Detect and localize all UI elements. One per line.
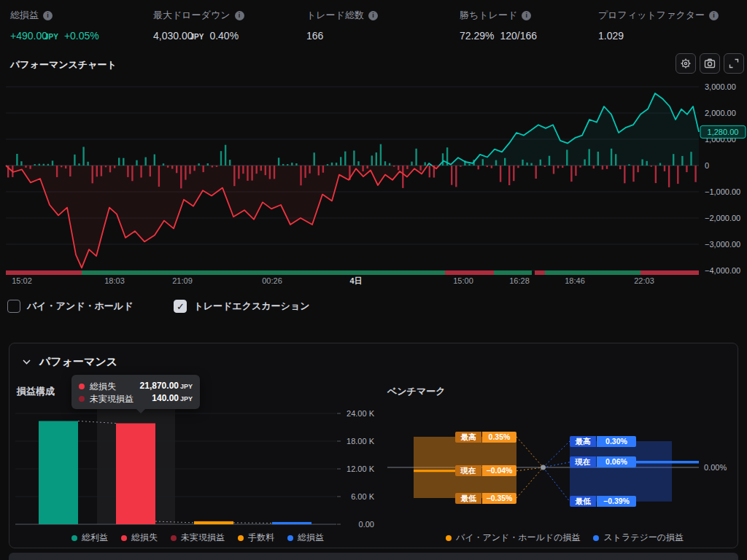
series-dot [287, 535, 293, 541]
svg-text:22:03: 22:03 [634, 276, 654, 285]
benchmark-pill: 最低−0.39% [570, 496, 636, 507]
svg-text:00:26: 00:26 [262, 276, 282, 285]
stat-extra: +0.05% [64, 30, 99, 42]
stat-value: +490.00 [10, 30, 47, 42]
chart-toolbar [676, 53, 744, 74]
series-dot [446, 535, 452, 541]
pnl-legend: 総利益総損失未実現損益手数料総損益 [15, 532, 380, 544]
info-icon[interactable]: i [235, 11, 244, 20]
svg-text:0.00: 0.00 [359, 520, 374, 529]
svg-text:18:46: 18:46 [565, 276, 585, 285]
svg-text:−1,000.00: −1,000.00 [705, 187, 740, 196]
svg-text:15:00: 15:00 [453, 276, 473, 285]
panel-title: パフォーマンス [39, 355, 117, 369]
stat-winning-trades: 勝ちトレードi 72.29%120/166 [460, 9, 537, 42]
stat-label: 勝ちトレード [460, 9, 517, 22]
strategy-tester-app: 総損益i +490.00JPY+0.05% 最大ドローダウンi 4,030.00… [0, 0, 747, 560]
svg-text:6.00 K: 6.00 K [351, 492, 374, 501]
chart-toggles: ✓ バイ・アンド・ホールド ✓ トレードエクスカーション [7, 300, 309, 313]
stat-total-trades: トレード総数i 166 [306, 9, 378, 42]
next-section-edge[interactable] [9, 553, 738, 560]
benchmark-pill: 現在0.06% [570, 456, 636, 467]
stat-max-drawdown: 最大ドローダウンi 4,030.00JPY0.40% [153, 9, 244, 42]
fullscreen-icon[interactable] [724, 53, 744, 74]
svg-text:−2,000.00: −2,000.00 [705, 214, 740, 222]
stat-extra: 0.40% [209, 30, 239, 42]
series-dot [238, 535, 244, 541]
benchmark-pill: 最高0.30% [570, 436, 636, 447]
performance-panel: パフォーマンス 損益構成 総損失 21,870.00JPY 未実現損益 140.… [9, 343, 738, 548]
currency-unit: JPY [44, 33, 58, 41]
series-dot [71, 535, 77, 541]
legend-item: 未実現損益 [171, 532, 225, 544]
legend-item: 総損益 [287, 532, 324, 544]
svg-text:18:03: 18:03 [104, 276, 125, 285]
benchmark-pill: 現在−0.04% [455, 465, 516, 476]
checkbox-icon[interactable]: ✓ [7, 300, 20, 313]
tooltip-label: 未実現損益 [90, 393, 133, 405]
tooltip-label: 総損失 [90, 381, 116, 392]
benchmark-pills: 最高0.35%現在−0.04%最低−0.35%最高0.30%現在0.06%最低−… [387, 413, 742, 511]
toggle-buy-and-hold[interactable]: ✓ バイ・アンド・ホールド [7, 300, 133, 313]
svg-text:3,000.00: 3,000.00 [705, 82, 736, 91]
series-dot [593, 535, 599, 541]
performance-chart-title: パフォーマンスチャート [10, 58, 117, 71]
stat-profit-factor: プロフィットファクターi 1.029 [598, 9, 719, 42]
currency-unit: JPY [180, 395, 193, 402]
currency-unit: JPY [180, 383, 193, 390]
toggle-label: トレードエクスカーション [193, 300, 309, 313]
benchmark-title: ベンチマーク [387, 385, 446, 398]
svg-text:18.00 K: 18.00 K [347, 437, 375, 446]
stat-extra: 120/166 [500, 30, 537, 42]
pnl-composition-chart[interactable]: 24.00 K18.00 K12.00 K6.00 K0.00 [15, 405, 380, 533]
tooltip-value: 21,870.00 [140, 381, 179, 391]
svg-text:−3,000.00: −3,000.00 [705, 240, 740, 249]
info-icon[interactable]: i [709, 11, 719, 20]
stat-label: 総損益 [10, 9, 39, 22]
camera-icon[interactable] [700, 53, 720, 74]
legend-item: 総利益 [71, 532, 108, 544]
chart-tooltip: 総損失 21,870.00JPY 未実現損益 140.00JPY [71, 375, 200, 409]
stat-value: 72.29% [460, 30, 494, 42]
tooltip-value: 140.00 [152, 393, 179, 403]
svg-text:15:02: 15:02 [12, 276, 32, 285]
toggle-trade-excursion[interactable]: ✓ トレードエクスカーション [174, 300, 309, 313]
legend-item: 総損失 [121, 532, 158, 544]
performance-chart[interactable]: 3,000.002,000.001,000.000−1,000.00−2,000… [0, 79, 747, 290]
stat-value: 4,030.00 [153, 30, 193, 42]
svg-text:16:28: 16:28 [509, 276, 530, 285]
stat-label: 最大ドローダウン [153, 9, 231, 22]
benchmark-legend: バイ・アンド・ホールドの損益ストラテジーの損益 [387, 532, 742, 544]
svg-text:12.00 K: 12.00 K [347, 464, 375, 473]
checkbox-icon[interactable]: ✓ [174, 300, 187, 313]
svg-text:−4,000.00: −4,000.00 [705, 266, 740, 275]
toggle-label: バイ・アンド・ホールド [27, 300, 133, 313]
stat-value: 1.029 [598, 30, 624, 42]
info-icon[interactable]: i [368, 11, 378, 20]
series-dot [79, 384, 85, 389]
panel-header[interactable]: パフォーマンス [23, 355, 117, 369]
svg-text:4日: 4日 [349, 276, 362, 285]
stat-label: プロフィットファクター [598, 9, 705, 22]
settings-icon[interactable] [676, 53, 696, 74]
series-dot [171, 535, 177, 541]
info-icon[interactable]: i [43, 11, 53, 20]
benchmark-chart[interactable]: 0.00% 最高0.35%現在−0.04%最低−0.35%最高0.30%現在0.… [387, 413, 742, 511]
svg-text:21:09: 21:09 [172, 276, 193, 285]
benchmark-pill: 最高0.35% [455, 432, 516, 443]
benchmark-pill: 最低−0.35% [455, 493, 516, 504]
svg-text:2,000.00: 2,000.00 [705, 109, 736, 117]
legend-item: 手数料 [238, 532, 274, 544]
legend-item: バイ・アンド・ホールドの損益 [446, 532, 581, 544]
currency-unit: JPY [190, 33, 204, 41]
svg-text:0: 0 [705, 161, 709, 170]
pnl-composition-title: 損益構成 [17, 385, 55, 398]
stat-value: 166 [306, 30, 323, 42]
stat-label: トレード総数 [306, 9, 364, 22]
svg-text:24.00 K: 24.00 K [347, 409, 375, 418]
series-dot [121, 535, 127, 541]
svg-text:1,280.00: 1,280.00 [708, 128, 739, 136]
legend-item: ストラテジーの損益 [593, 532, 684, 544]
series-dot [79, 396, 85, 402]
info-icon[interactable]: i [522, 11, 531, 20]
